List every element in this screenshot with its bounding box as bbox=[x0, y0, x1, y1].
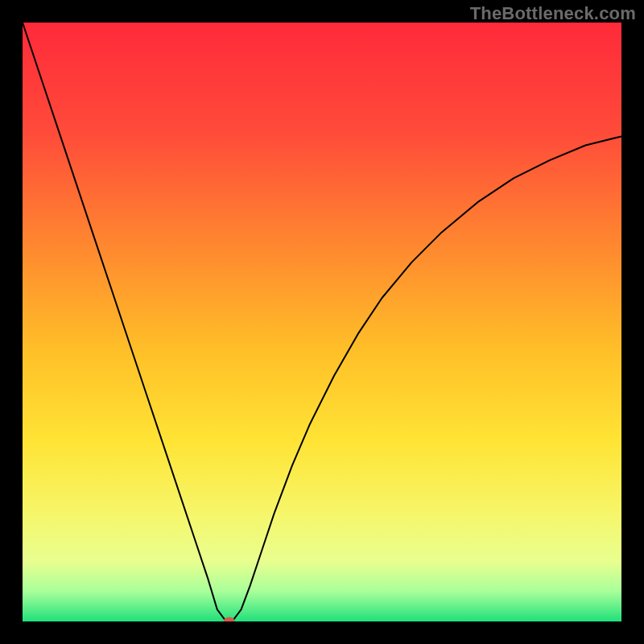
chart-frame bbox=[23, 23, 621, 621]
watermark-text: TheBottleneck.com bbox=[470, 3, 636, 24]
gradient-background bbox=[23, 23, 621, 621]
bottleneck-chart bbox=[23, 23, 621, 621]
